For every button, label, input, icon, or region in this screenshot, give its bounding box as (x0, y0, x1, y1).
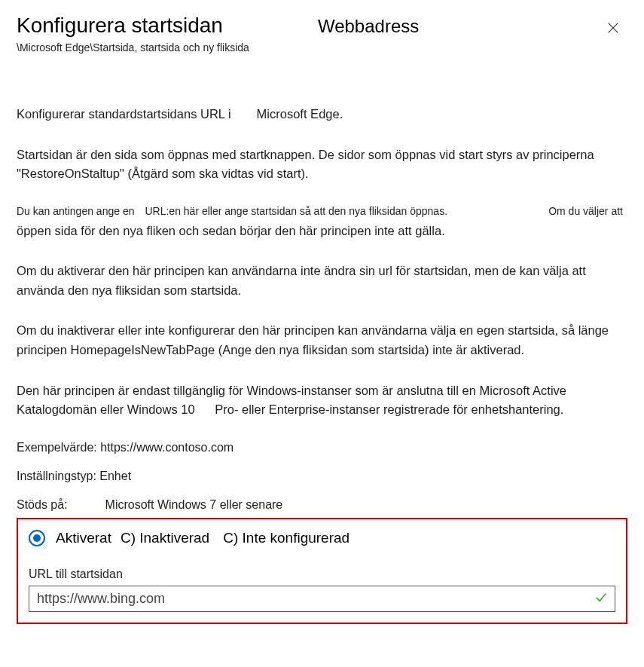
example-value: Exempelvärde: https://www.contoso.com (17, 441, 627, 454)
supported-on-value: Microsoft Windows 7 eller senare (105, 498, 283, 512)
description-p2: Startsidan är den sida som öppnas med st… (17, 145, 627, 184)
homepage-url-input[interactable] (29, 586, 615, 612)
radio-enabled[interactable] (29, 530, 45, 546)
description-p1b: Microsoft Edge. (257, 105, 343, 124)
description-p1: Konfigurerar standardstartsidans URL i M… (17, 105, 627, 124)
description-p3-row: Du kan antingen ange en URL:en här eller… (17, 205, 627, 217)
supported-on-label: Stöds på: (17, 498, 68, 512)
description-p3-line2: öppen sida för den nya fliken och sedan … (17, 222, 627, 241)
supported-on-row: Stöds på: Microsoft Windows 7 eller sena… (17, 498, 627, 512)
close-icon (606, 21, 620, 35)
config-panel: Aktiverat C) Inaktiverad C) Inte konfigu… (17, 518, 627, 624)
radio-enabled-label: Aktiverat (56, 530, 111, 546)
page-subtitle: Webbadress (318, 16, 419, 37)
url-field-label: URL till startsidan (29, 568, 615, 581)
description-p3a: Du kan antingen ange en (17, 205, 134, 217)
breadcrumb: \Microsoft Edge\Startsida, startsida och… (17, 41, 627, 54)
description-p5: Om du inaktiverar eller inte konfigurera… (17, 321, 627, 360)
header: Konfigurera startsidan Webbadress (17, 14, 627, 40)
description-p4: Om du aktiverar den här principen kan an… (17, 262, 627, 300)
header-titles: Konfigurera startsidan Webbadress (17, 14, 419, 38)
description-p1a: Konfigurerar standardstartsidans URL i (17, 105, 231, 124)
page-title: Konfigurera startsidan (17, 14, 223, 38)
description-p3c: Om du väljer att (548, 205, 627, 217)
description-p6b: Pro- eller Enterprise-instanser registre… (215, 402, 563, 416)
close-button[interactable] (603, 18, 623, 40)
description-p6: Den här principen är endast tillgänglig … (17, 381, 627, 420)
radio-disabled-label[interactable]: C) Inaktiverad (121, 530, 209, 546)
description-p3b: URL:en här eller ange startsidan så att … (145, 205, 447, 217)
radio-group: Aktiverat C) Inaktiverad C) Inte konfigu… (29, 530, 615, 546)
url-input-wrap (29, 586, 615, 612)
setting-type: Inställningstyp: Enhet (17, 470, 627, 483)
checkmark-icon (594, 590, 608, 607)
radio-notconfigured-label[interactable]: C) Inte konfigurerad (223, 530, 349, 546)
